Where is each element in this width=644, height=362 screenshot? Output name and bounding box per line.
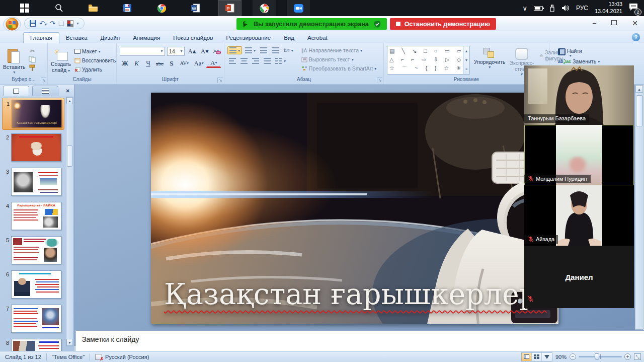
- tab-slides-thumbnails[interactable]: [3, 86, 29, 96]
- taskbar-file-explorer[interactable]: [82, 0, 105, 16]
- scroll-up-icon[interactable]: ▲: [635, 85, 643, 93]
- fit-to-window-button[interactable]: [634, 353, 641, 360]
- font-size-combo[interactable]: 14▾: [167, 47, 185, 56]
- text-shadow-button[interactable]: S: [166, 58, 177, 68]
- zoom-level[interactable]: 90%: [555, 354, 567, 360]
- tab-pokaz-slaydov[interactable]: Показ слайдов: [167, 33, 219, 43]
- tab-glavnaya[interactable]: Главная: [23, 32, 59, 43]
- zoom-slider-handle[interactable]: [595, 353, 599, 360]
- zoom-out-button[interactable]: −: [570, 353, 576, 360]
- format-painter-button[interactable]: [29, 64, 36, 71]
- save-button[interactable]: [30, 20, 36, 27]
- help-button[interactable]: ?: [632, 33, 640, 41]
- slide-title[interactable]: Қазақстан ғарышкерлері: [164, 277, 546, 311]
- spellcheck-status[interactable]: Русский (Россия): [90, 351, 154, 362]
- slide-thumbnail-1[interactable]: 1 Қазақстан ғарышкерлері: [2, 98, 64, 130]
- office-button[interactable]: [3, 17, 21, 32]
- participant-tile-daniel[interactable]: Даниел: [524, 246, 634, 308]
- slide-thumbnail-6[interactable]: 6: [2, 269, 64, 301]
- close-button[interactable]: ✕: [632, 19, 638, 27]
- tray-chevron-icon[interactable]: ∨: [522, 5, 527, 12]
- taskbar-chrome[interactable]: [150, 0, 173, 16]
- slide-sorter-button[interactable]: [532, 353, 542, 361]
- delete-slide-button[interactable]: Удалить: [73, 66, 117, 73]
- stop-share-button[interactable]: Остановить демонстрацию: [390, 18, 496, 30]
- taskbar-powerpoint[interactable]: P: [218, 0, 242, 16]
- layout-button[interactable]: Макет▾: [73, 48, 117, 55]
- clear-formatting-button[interactable]: Aa: [212, 47, 221, 55]
- align-center-button[interactable]: [239, 57, 249, 64]
- minimize-button[interactable]: −: [592, 19, 596, 27]
- slide-thumbnail-5[interactable]: 5: [2, 235, 64, 267]
- redo-button[interactable]: ↷: [50, 20, 55, 27]
- shapes-gallery[interactable]: ▤╲↘□○▭▱ △⌐⌐⇨⇩▷◇ ☆⌒~{}☆✳: [387, 46, 463, 75]
- shapes-scrollbar[interactable]: ▲▼≡: [463, 46, 470, 75]
- paragraph-dialog-launcher[interactable]: ↘: [377, 78, 382, 83]
- character-spacing-button[interactable]: AV▾: [178, 58, 191, 68]
- panel-scrollbar[interactable]: ▲ ▼: [66, 97, 73, 346]
- tab-dizayn[interactable]: Дизайн: [94, 33, 127, 43]
- panel-scroll-up-icon[interactable]: ▲: [66, 97, 73, 104]
- tab-retsenzirovanie[interactable]: Рецензирование: [219, 33, 277, 43]
- notes-pane[interactable]: Заметки к слайду: [75, 330, 644, 351]
- slideshow-button[interactable]: [542, 353, 552, 361]
- increase-indent-button[interactable]: [270, 46, 280, 54]
- strikethrough-button[interactable]: abe: [154, 58, 165, 68]
- slide-thumbnail-7[interactable]: 7: [2, 303, 64, 335]
- find-button[interactable]: Найти: [556, 47, 644, 54]
- copy-button[interactable]: [29, 56, 36, 63]
- cut-button[interactable]: ✂: [29, 47, 37, 54]
- tab-vid[interactable]: Вид: [277, 33, 301, 43]
- font-color-button[interactable]: A▾: [206, 58, 221, 68]
- clock[interactable]: 13:03 13.04.2021: [595, 1, 622, 15]
- zoom-in-button[interactable]: +: [624, 353, 631, 360]
- bullets-button[interactable]: ▾: [227, 46, 242, 54]
- new-slide-button[interactable]: ✳ Создать слайд ▾: [51, 46, 71, 73]
- arrange-button[interactable]: Упорядочить ▾: [474, 46, 505, 78]
- slide-thumbnail-4[interactable]: 4 Ғарышкер ит– ЛАЙКА: [2, 200, 64, 233]
- numbering-button[interactable]: ▾: [244, 46, 257, 54]
- start-button[interactable]: [13, 0, 36, 16]
- notification-center[interactable]: 2: [629, 3, 638, 13]
- taskbar-zoom[interactable]: [287, 0, 310, 16]
- tab-vstavka[interactable]: Вставка: [59, 33, 94, 43]
- participant-tile-moldalim[interactable]: Молдалим Нуридин: [524, 125, 634, 185]
- columns-button[interactable]: ▾: [274, 57, 287, 64]
- taskbar-floppy-app[interactable]: [116, 0, 139, 16]
- vertical-scrollbar[interactable]: ▲: [635, 85, 643, 330]
- speaker-icon[interactable]: [561, 5, 570, 12]
- normal-view-button[interactable]: [522, 353, 532, 361]
- panel-scrollbar-thumb[interactable]: [67, 146, 72, 167]
- taskbar-search-button[interactable]: [47, 0, 70, 16]
- clipboard-dialog-launcher[interactable]: ↘: [41, 78, 46, 83]
- taskbar-word[interactable]: W: [184, 0, 207, 16]
- participant-tile-tannurym[interactable]: Таннурым Базарбаева: [524, 65, 634, 125]
- replace-button[interactable]: ab⤸acЗаменить▾: [556, 58, 644, 65]
- italic-button[interactable]: K: [131, 58, 142, 68]
- line-spacing-button[interactable]: ⇅≡▾: [282, 46, 295, 54]
- restore-button[interactable]: [611, 20, 617, 25]
- decrease-indent-button[interactable]: [259, 46, 269, 54]
- quick-color-button[interactable]: [67, 20, 73, 27]
- text-direction-button[interactable]: ∥AНаправление текста▾: [300, 47, 378, 54]
- underline-button[interactable]: Ч: [143, 58, 153, 68]
- preview-button[interactable]: ❏: [58, 20, 64, 27]
- paste-button[interactable]: Вставить ▾: [3, 46, 26, 75]
- bold-button[interactable]: Ж: [120, 58, 130, 68]
- convert-smartart-button[interactable]: Преобразовать в SmartArt▾: [300, 65, 378, 72]
- change-case-button[interactable]: Aa▾: [192, 58, 206, 68]
- reset-button[interactable]: Восстановить: [73, 57, 117, 64]
- align-right-button[interactable]: [251, 57, 261, 64]
- tab-outline[interactable]: [32, 86, 58, 96]
- panel-scroll-down-icon[interactable]: ▼: [66, 339, 73, 346]
- slide-thumbnail-3[interactable]: 3: [2, 166, 64, 198]
- align-text-button[interactable]: Выровнять текст▾: [300, 56, 378, 63]
- tab-animatsiya[interactable]: Анимация: [126, 33, 167, 43]
- align-left-button[interactable]: [227, 57, 237, 64]
- qat-customize-caret-icon[interactable]: ▾: [76, 21, 78, 26]
- slide-thumbnail-2[interactable]: 2: [2, 132, 64, 164]
- undo-button[interactable]: ↶▾: [39, 20, 47, 27]
- scrollbar-thumb[interactable]: [636, 95, 642, 126]
- current-slide[interactable]: Қазақстан ғарышкерлері: [151, 93, 558, 324]
- zoom-track[interactable]: [579, 356, 622, 357]
